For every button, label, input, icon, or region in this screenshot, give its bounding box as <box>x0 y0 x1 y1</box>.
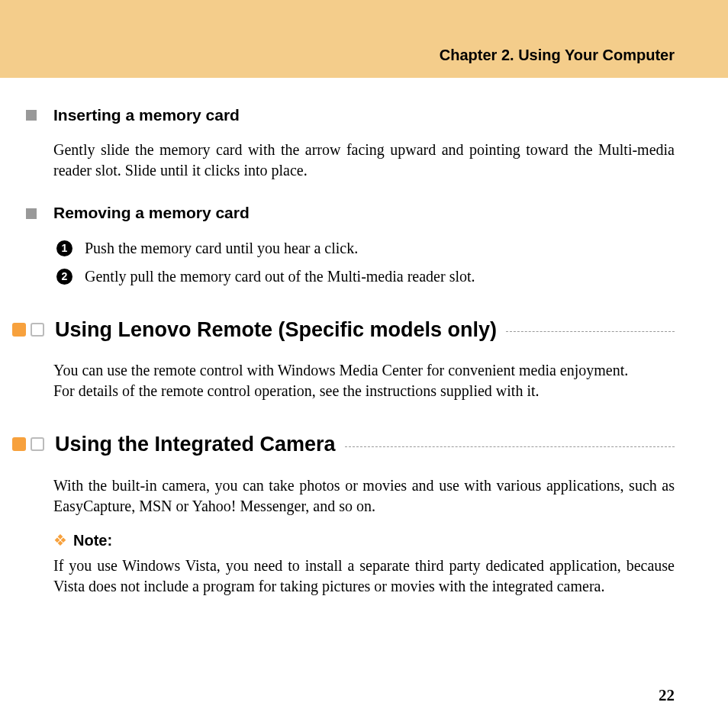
section-integrated-camera: Using the Integrated Camera With the bui… <box>53 430 675 596</box>
section-lenovo-remote: Using Lenovo Remote (Specific models onl… <box>53 316 675 401</box>
section-inserting-memory-card: Inserting a memory card Gently slide the… <box>53 105 675 181</box>
sub-heading: Removing a memory card <box>53 202 250 224</box>
major-heading-row: Using Lenovo Remote (Specific models onl… <box>12 316 675 343</box>
note-heading-row: ❖ Note: <box>53 530 675 551</box>
page-number: 22 <box>659 686 675 705</box>
major-heading: Using the Integrated Camera <box>55 430 336 458</box>
header-band: Chapter 2. Using Your Computer <box>0 0 728 78</box>
diamond-icon: ❖ <box>53 533 67 548</box>
content-area: Inserting a memory card Gently slide the… <box>0 78 728 597</box>
major-heading: Using Lenovo Remote (Specific models onl… <box>55 316 497 343</box>
orange-square-icon <box>12 323 26 337</box>
square-bullet-icon <box>26 110 37 121</box>
body-text: You can use the remote control with Wind… <box>53 360 675 401</box>
step-number-icon: 1 <box>56 240 72 256</box>
step-text: Gently pull the memory card out of the M… <box>85 266 475 287</box>
list-item: 2 Gently pull the memory card out of the… <box>56 266 675 287</box>
sub-heading-row: Removing a memory card <box>53 202 675 224</box>
outline-square-icon <box>31 437 44 451</box>
orange-square-icon <box>12 437 26 451</box>
body-text: Gently slide the memory card with the ar… <box>53 140 675 181</box>
sub-heading-row: Inserting a memory card <box>53 105 675 126</box>
major-heading-row: Using the Integrated Camera <box>12 430 675 458</box>
step-number-icon: 2 <box>56 269 72 285</box>
note-body: If you use Windows Vista, you need to in… <box>53 556 675 597</box>
section-removing-memory-card: Removing a memory card 1 Push the memory… <box>53 202 675 286</box>
step-text: Push the memory card until you hear a cl… <box>85 238 358 259</box>
chapter-title: Chapter 2. Using Your Computer <box>440 47 675 64</box>
sub-heading: Inserting a memory card <box>53 105 240 126</box>
outline-square-icon <box>31 323 44 337</box>
page: Chapter 2. Using Your Computer Inserting… <box>0 0 728 728</box>
square-bullet-icon <box>26 208 37 219</box>
heading-rule <box>345 446 675 447</box>
list-item: 1 Push the memory card until you hear a … <box>56 238 675 259</box>
heading-rule <box>506 331 675 332</box>
body-text: With the built-in camera, you can take p… <box>53 475 675 517</box>
numbered-list: 1 Push the memory card until you hear a … <box>53 238 675 287</box>
note-label: Note: <box>73 530 112 551</box>
